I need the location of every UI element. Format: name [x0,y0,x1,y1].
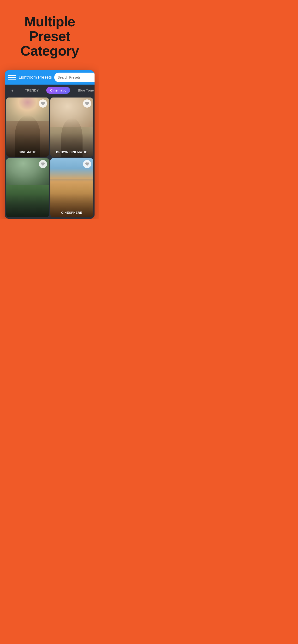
preset-card-brown-cinematic[interactable]: BROWN CINEMATIC [50,98,93,157]
app-mockup: Lightroom Presets e TRENDY Cinematic Blu… [5,70,95,219]
preset-label-brown-cinematic: BROWN CINEMATIC [50,150,93,154]
favorite-button-male-cinematic[interactable] [39,160,47,168]
app-toolbar: Lightroom Presets [5,70,95,84]
preset-label-cinesphere: CINESPHERE [50,211,93,214]
preset-label-cinematic: CINEMATIC [6,150,49,154]
category-tabs: e TRENDY Cinematic Blue Tone Moo [5,84,95,96]
hero-title: Multiple Preset Category [5,14,95,58]
preset-card-cinematic[interactable]: CINEMATIC [6,98,49,157]
tab-partial-left[interactable]: e [8,87,17,94]
app-title: Lightroom Presets [19,75,52,80]
preset-card-cinesphere[interactable]: CINESPHERE [50,158,93,217]
menu-button[interactable] [8,73,16,82]
favorite-button-cinematic[interactable] [39,100,47,108]
tab-cinematic[interactable]: Cinematic [46,87,70,94]
hero-section: Multiple Preset Category [0,0,99,66]
search-bar [54,72,95,82]
search-input[interactable] [58,76,95,79]
tab-trendy[interactable]: TRENDY [21,87,43,94]
favorite-button-brown-cinematic[interactable] [83,100,91,108]
tab-blue-tone[interactable]: Blue Tone [74,87,95,94]
favorite-button-cinesphere[interactable] [83,160,91,168]
preset-card-male-cinematic[interactable] [6,158,49,217]
presets-grid: CINEMATIC BROWN CINEMATIC [5,96,95,219]
